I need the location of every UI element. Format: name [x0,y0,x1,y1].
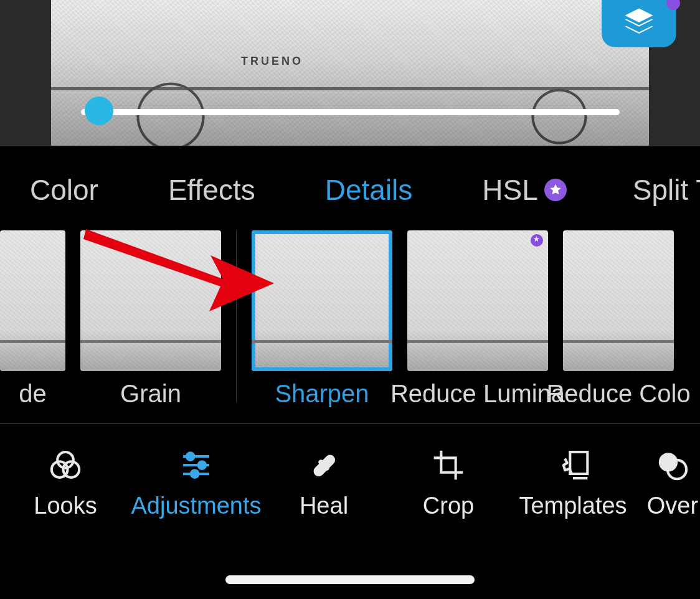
tool-label: Templates [519,493,627,519]
tool-heal[interactable]: Heal [262,446,386,519]
tab-label: Color [30,173,98,207]
thumb-grain[interactable]: Grain [80,230,221,408]
bandage-icon [305,446,343,484]
premium-badge-icon [544,179,567,201]
adjustment-slider[interactable] [81,103,620,121]
thumb-label: Reduce Colo [546,380,690,408]
tab-label: HSL [482,173,537,207]
sliders-icon [177,446,215,484]
templates-icon [554,446,592,484]
looks-icon [47,446,84,484]
tab-split-tone[interactable]: Split Tone [633,173,700,207]
thumb-label: Reduce Lumina [390,380,565,408]
svg-point-13 [324,461,327,463]
tool-overlays[interactable]: Over [635,446,700,519]
svg-rect-15 [570,452,587,474]
thumb-reduce-luminance[interactable]: Reduce Lumina [407,230,548,408]
tab-color[interactable]: Color [30,173,98,207]
thumb-label: Grain [120,380,181,408]
tool-label: Heal [300,493,348,519]
tool-label: Crop [423,493,474,519]
svg-point-7 [199,461,206,469]
tool-adjustments[interactable]: Adjustments [131,446,262,519]
crop-icon [430,446,467,484]
thumb-reduce-color[interactable]: Reduce Colo [563,230,674,408]
bottom-toolbar: Looks Adjustments Heal Crop [0,423,700,542]
adjustment-thumbnails: de Grain Sharpen Reduce Lumina Reduce Co… [0,230,700,417]
svg-point-5 [187,453,194,460]
tool-crop[interactable]: Crop [386,446,511,519]
canvas-image[interactable]: TRUENO [51,0,649,146]
premium-badge-icon [531,234,543,247]
thumb-group-divider [236,230,237,402]
preview-area: TRUENO [0,0,700,146]
tab-details[interactable]: Details [325,173,413,207]
thumb-label: Sharpen [275,380,369,408]
slider-thumb[interactable] [85,97,113,125]
tab-label: Effects [168,173,255,207]
thumb-label: de [19,380,47,408]
tool-templates[interactable]: Templates [511,446,635,519]
layers-icon [622,6,656,42]
tool-label: Over [647,493,698,519]
layers-notification-dot [666,0,680,10]
layers-button[interactable] [602,0,676,47]
slider-track [81,109,620,115]
tab-label: Details [325,173,413,207]
thumb-fade[interactable]: de [0,230,65,408]
tool-label: Looks [34,493,97,519]
tab-effects[interactable]: Effects [168,173,255,207]
image-embedded-text: TRUENO [241,55,303,68]
svg-rect-10 [311,453,337,478]
svg-point-12 [326,467,328,469]
tab-label: Split Tone [633,173,700,207]
home-indicator[interactable] [225,575,475,584]
thumb-sharpen[interactable]: Sharpen [252,230,392,408]
svg-point-11 [319,461,322,463]
overlays-icon [654,446,691,484]
tool-label: Adjustments [131,493,261,519]
tool-looks[interactable]: Looks [0,446,131,519]
tab-hsl[interactable]: HSL [482,173,566,207]
svg-point-14 [319,467,322,469]
svg-point-9 [191,470,199,478]
adjustment-category-tabs: Color Effects Details HSL Split Tone [0,168,700,212]
